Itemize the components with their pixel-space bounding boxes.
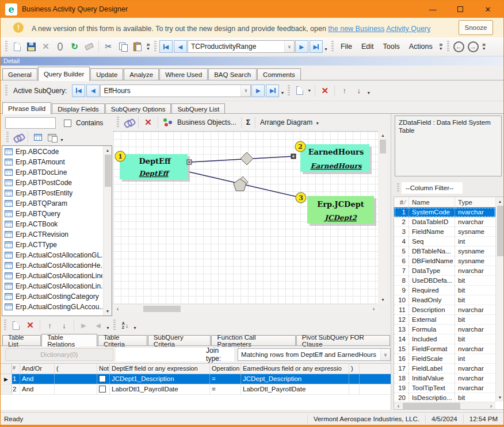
col-close-paren-header[interactable]: ): [349, 364, 360, 374]
link-table-button[interactable]: [11, 130, 25, 144]
sort-dropdown[interactable]: ▼: [133, 326, 137, 330]
table-list-item[interactable]: Erp.ABTAmount: [3, 157, 102, 167]
tab[interactable]: SubQuery List: [171, 103, 225, 114]
record-selector-combo[interactable]: TCProductivityRange ∨: [188, 40, 295, 53]
table-list-item[interactable]: Erp.ActualCostAllocationHe...: [3, 260, 102, 271]
tab[interactable]: Comments: [257, 68, 301, 80]
field-row[interactable]: 16 FieldScale int: [394, 354, 495, 364]
field-row[interactable]: 18 InitialValue nvarchar: [394, 374, 495, 383]
menu-item[interactable]: Tools: [379, 43, 404, 51]
toolbar-grip[interactable]: [5, 41, 7, 52]
forward-button[interactable]: →: [468, 41, 479, 52]
next-subquery-button[interactable]: ▶: [251, 84, 265, 97]
scroll-left-icon[interactable]: ‹: [394, 402, 403, 410]
join-type-combo[interactable]: Matching rows from DeptEff and EarnedHou…: [238, 348, 391, 361]
tab[interactable]: BAQ Search: [208, 68, 257, 80]
fields-horizontal-scrollbar[interactable]: ‹ ›: [394, 402, 495, 409]
query-diagram-canvas[interactable]: DeptEff DeptEff EarnedHours EarnedHours: [113, 131, 378, 304]
scrollbar-thumb[interactable]: [143, 306, 181, 312]
delete-diagram-item-button[interactable]: ✕: [141, 116, 155, 129]
new-subquery-button[interactable]: [292, 84, 307, 98]
tab[interactable]: Table List: [2, 335, 41, 346]
toolbar-overflow-button[interactable]: »▼: [146, 42, 150, 51]
col-andor-header[interactable]: And/Or: [20, 364, 55, 374]
nav-dropdown[interactable]: ▼: [106, 326, 110, 330]
scroll-down-icon[interactable]: ▼: [379, 295, 387, 304]
table-list-item[interactable]: Erp.ABTQParam: [3, 198, 102, 209]
toolbar-grip[interactable]: [154, 41, 156, 52]
col-open-paren-header[interactable]: (: [55, 364, 97, 374]
table-list-item[interactable]: Erp.ActualCostAllocationLin...: [3, 281, 102, 291]
paste-button[interactable]: [130, 40, 144, 53]
table-tools-dropdown[interactable]: ▼: [60, 138, 64, 142]
table-list-item[interactable]: Erp.ABCCode: [3, 147, 102, 157]
cut-button[interactable]: ✂: [101, 40, 116, 53]
business-objects-button[interactable]: [161, 116, 175, 129]
join-field[interactable]: [116, 348, 200, 361]
toolbar-grip[interactable]: [447, 41, 449, 52]
field-row[interactable]: 6 DBFieldName sysname: [394, 256, 495, 266]
delete-subquery-button[interactable]: ✕: [318, 84, 332, 98]
arrange-diagram-dropdown[interactable]: ▼: [315, 121, 319, 125]
toolbar-grip[interactable]: [4, 320, 6, 331]
nav-overflow-button[interactable]: »▼: [482, 42, 486, 51]
diagram-node-jcdept[interactable]: Erp.JCDept JCDept2: [307, 196, 374, 224]
maximize-button[interactable]: [454, 5, 467, 14]
field-row[interactable]: 12 External bit: [394, 315, 495, 325]
field-row[interactable]: 19 ToolTipText nvarchar: [394, 383, 495, 393]
table-list-item[interactable]: Erp.ABTQuery: [3, 209, 102, 219]
table-list-item[interactable]: Erp.ActualCostAllocationGL...: [3, 250, 102, 260]
toolbar-grip[interactable]: [331, 41, 334, 52]
attachment-button[interactable]: [53, 40, 67, 53]
scroll-left-icon[interactable]: ‹: [113, 305, 122, 313]
field-row[interactable]: 9 Required bit: [394, 286, 495, 295]
scroll-up-icon[interactable]: ▲: [379, 131, 387, 140]
move-up-button[interactable]: ↑: [43, 318, 57, 332]
tab[interactable]: General: [2, 68, 37, 80]
arrange-diagram-button[interactable]: Arrange Diagram: [260, 118, 312, 126]
field-row[interactable]: 10 ReadOnly bit: [394, 295, 495, 305]
row-selector-header[interactable]: [1, 364, 12, 374]
minimize-button[interactable]: —: [426, 5, 439, 14]
field-row[interactable]: 1 SystemCode nvarchar: [394, 207, 495, 217]
diagram-node-depteff[interactable]: DeptEff DeptEff: [120, 154, 188, 179]
record-nav-overflow[interactable]: ▼: [324, 47, 328, 51]
clear-button[interactable]: [82, 40, 96, 53]
delete-button[interactable]: ✕: [39, 40, 53, 53]
field-row[interactable]: 14 Included bit: [394, 334, 495, 344]
business-objects-label[interactable]: Business Objects...: [177, 118, 236, 126]
refresh-button[interactable]: ↻: [67, 40, 82, 53]
scrollbar-thumb[interactable]: [105, 155, 111, 187]
new-record-button[interactable]: [10, 40, 24, 53]
previous-record-button[interactable]: ◀: [174, 40, 187, 53]
back-button[interactable]: ←: [453, 41, 464, 52]
column-filter-button[interactable]: --Column Filter--: [402, 182, 463, 194]
table-list-item[interactable]: Erp.ACTType: [3, 240, 102, 250]
name-column-header[interactable]: Name: [409, 197, 455, 207]
table-list-item[interactable]: Erp.ACTBook: [3, 219, 102, 229]
subquery-nav-overflow[interactable]: ▼: [280, 91, 284, 95]
collapse-box-icon[interactable]: [187, 160, 192, 164]
search-input[interactable]: [5, 117, 56, 129]
toolbar-grip[interactable]: [288, 85, 290, 97]
table-list-item[interactable]: Erp.ABTPostCode: [3, 178, 102, 188]
save-button[interactable]: [24, 40, 39, 53]
scroll-up-icon[interactable]: ▲: [104, 146, 112, 155]
next-item-button[interactable]: ▶: [77, 318, 91, 332]
dictionary-button[interactable]: Dictionary(0): [5, 348, 113, 361]
sort-button[interactable]: AZ↓: [118, 318, 132, 332]
previous-item-button[interactable]: ◀: [91, 318, 105, 332]
chevron-down-icon[interactable]: ∨: [240, 85, 250, 97]
copy-button[interactable]: [116, 40, 130, 53]
field-row[interactable]: 2 DataTableID nvarchar: [394, 217, 495, 227]
col-operation-header[interactable]: Operation: [210, 364, 241, 374]
field-row[interactable]: 8 UseDBDefa... bit: [394, 276, 495, 286]
menu-item[interactable]: Edit: [357, 43, 379, 51]
not-checkbox[interactable]: [99, 375, 106, 382]
table-list-scrollbar[interactable]: ▲ ▼: [103, 146, 112, 316]
col-num-header[interactable]: #: [12, 364, 20, 374]
row-selector[interactable]: ▶: [1, 374, 12, 384]
subquery-combo[interactable]: EffHours ∨: [100, 84, 251, 97]
tab[interactable]: Analyze: [124, 68, 159, 80]
first-record-button[interactable]: ◀: [159, 40, 173, 53]
